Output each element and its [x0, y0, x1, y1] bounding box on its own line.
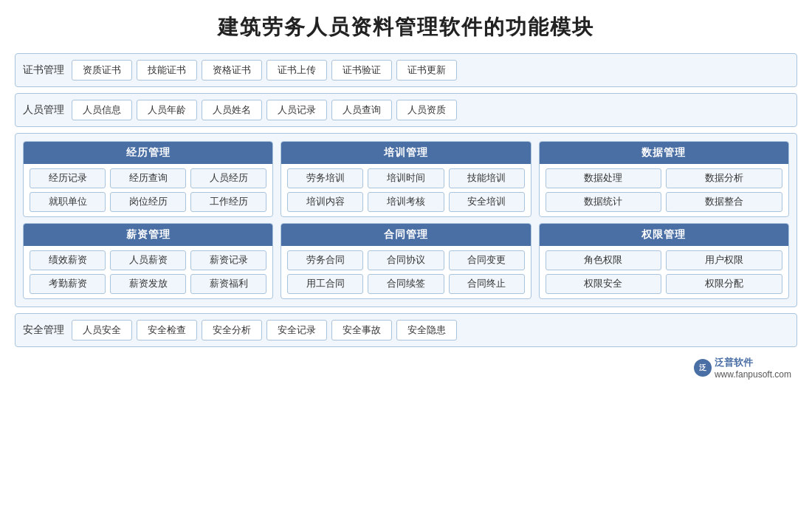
cert-tag[interactable]: 证书验证 [331, 60, 392, 81]
module-tag[interactable]: 合同变更 [449, 250, 525, 270]
safety-tag[interactable]: 安全检查 [137, 320, 197, 340]
module-tag[interactable]: 人员经历 [190, 168, 266, 188]
module-tag[interactable]: 培训内容 [287, 192, 363, 212]
module-tag[interactable]: 岗位经历 [110, 192, 186, 212]
personnel-tag[interactable]: 人员年龄 [137, 100, 197, 120]
safety-tag[interactable]: 人员安全 [72, 320, 132, 340]
module-box-middle-top-2: 数据管理数据处理数据分析数据统计数据整合 [539, 141, 789, 217]
module-tag[interactable]: 合同续签 [368, 274, 444, 294]
middle-bottom-row: 薪资管理绩效薪资人员薪资薪资记录考勤薪资薪资发放薪资福利合同管理劳务合同合同协议… [23, 223, 789, 299]
personnel-tag[interactable]: 人员信息 [72, 100, 132, 120]
personnel-section: 人员管理 人员信息人员年龄人员姓名人员记录人员查询人员资质 [15, 93, 797, 127]
brand-name: 泛普软件 [715, 356, 791, 369]
module-body-middle-top-1: 劳务培训培训时间技能培训培训内容培训考核安全培训 [281, 164, 530, 216]
middle-area: 经历管理经历记录经历查询人员经历就职单位岗位经历工作经历培训管理劳务培训培训时间… [15, 133, 797, 307]
module-body-middle-top-0: 经历记录经历查询人员经历就职单位岗位经历工作经历 [24, 164, 272, 216]
cert-tag[interactable]: 资质证书 [72, 60, 132, 81]
module-tag[interactable]: 用工合同 [287, 274, 363, 294]
module-tag[interactable]: 劳务培训 [287, 168, 363, 188]
module-body-middle-bottom-2: 角色权限用户权限权限安全权限分配 [540, 246, 788, 298]
module-tag[interactable]: 培训考核 [368, 192, 444, 212]
module-tag[interactable]: 就职单位 [30, 192, 106, 212]
module-tag[interactable]: 工作经历 [190, 192, 266, 212]
module-tag[interactable]: 技能培训 [449, 168, 525, 188]
module-tag[interactable]: 用户权限 [666, 250, 782, 270]
module-tag[interactable]: 数据处理 [546, 168, 662, 188]
module-row-middle-top-2-0: 数据处理数据分析 [546, 168, 782, 188]
module-row-middle-top-1-0: 劳务培训培训时间技能培训 [287, 168, 524, 188]
module-tag[interactable]: 权限分配 [666, 274, 782, 294]
module-tag[interactable]: 安全培训 [449, 192, 525, 212]
module-row-middle-top-0-0: 经历记录经历查询人员经历 [30, 168, 266, 188]
module-box-middle-top-0: 经历管理经历记录经历查询人员经历就职单位岗位经历工作经历 [23, 141, 273, 217]
module-body-middle-bottom-1: 劳务合同合同协议合同变更用工合同合同续签合同终止 [281, 246, 530, 298]
module-row-middle-bottom-0-0: 绩效薪资人员薪资薪资记录 [30, 250, 266, 270]
module-tag[interactable]: 考勤薪资 [30, 274, 106, 294]
cert-tag[interactable]: 证书上传 [266, 60, 327, 81]
module-row-middle-bottom-1-0: 劳务合同合同协议合同变更 [287, 250, 524, 270]
page-title: 建筑劳务人员资料管理软件的功能模块 [218, 13, 594, 41]
module-tag[interactable]: 经历查询 [110, 168, 186, 188]
module-tag[interactable]: 绩效薪资 [30, 250, 106, 270]
module-tag[interactable]: 薪资记录 [190, 250, 266, 270]
module-row-middle-bottom-0-1: 考勤薪资薪资发放薪资福利 [30, 274, 266, 294]
module-row-middle-bottom-2-0: 角色权限用户权限 [546, 250, 782, 270]
safety-tag[interactable]: 安全隐患 [396, 320, 457, 340]
module-header-middle-bottom-0: 薪资管理 [24, 224, 272, 246]
module-tag[interactable]: 数据统计 [546, 192, 662, 212]
brand-url: www.fanpusoft.com [715, 369, 791, 380]
safety-section: 安全管理 人员安全安全检查安全分析安全记录安全事故安全隐患 [15, 313, 797, 347]
module-tag[interactable]: 合同协议 [368, 250, 444, 270]
personnel-tag[interactable]: 人员资质 [396, 100, 457, 120]
cert-label: 证书管理 [23, 64, 64, 77]
module-header-middle-bottom-2: 权限管理 [540, 224, 788, 246]
module-box-middle-top-1: 培训管理劳务培训培训时间技能培训培训内容培训考核安全培训 [281, 141, 531, 217]
module-tag[interactable]: 角色权限 [546, 250, 662, 270]
module-tag[interactable]: 数据整合 [666, 192, 782, 212]
brand: 泛 泛普软件 www.fanpusoft.com [694, 356, 791, 380]
module-tag[interactable]: 薪资福利 [190, 274, 266, 294]
module-tag[interactable]: 劳务合同 [287, 250, 363, 270]
module-row-middle-top-2-1: 数据统计数据整合 [546, 192, 782, 212]
brand-logo: 泛 [694, 359, 712, 377]
module-body-middle-bottom-0: 绩效薪资人员薪资薪资记录考勤薪资薪资发放薪资福利 [24, 246, 272, 298]
cert-tags: 资质证书技能证书资格证书证书上传证书验证证书更新 [72, 60, 789, 81]
module-tag[interactable]: 薪资发放 [110, 274, 186, 294]
personnel-tag[interactable]: 人员查询 [331, 100, 392, 120]
module-row-middle-top-0-1: 就职单位岗位经历工作经历 [30, 192, 266, 212]
module-row-middle-bottom-2-1: 权限安全权限分配 [546, 274, 782, 294]
module-tag[interactable]: 权限安全 [546, 274, 662, 294]
personnel-tag[interactable]: 人员记录 [266, 100, 327, 120]
module-tag[interactable]: 人员薪资 [110, 250, 186, 270]
module-row-middle-top-1-1: 培训内容培训考核安全培训 [287, 192, 524, 212]
safety-tag[interactable]: 安全分析 [202, 320, 262, 340]
module-header-middle-top-1: 培训管理 [281, 142, 530, 164]
module-box-middle-bottom-2: 权限管理角色权限用户权限权限安全权限分配 [539, 223, 789, 299]
personnel-label: 人员管理 [23, 103, 64, 117]
module-tag[interactable]: 经历记录 [30, 168, 106, 188]
module-box-middle-bottom-1: 合同管理劳务合同合同协议合同变更用工合同合同续签合同终止 [281, 223, 531, 299]
module-box-middle-bottom-0: 薪资管理绩效薪资人员薪资薪资记录考勤薪资薪资发放薪资福利 [23, 223, 273, 299]
safety-label: 安全管理 [23, 323, 64, 337]
module-tag[interactable]: 培训时间 [368, 168, 444, 188]
module-row-middle-bottom-1-1: 用工合同合同续签合同终止 [287, 274, 524, 294]
safety-tags: 人员安全安全检查安全分析安全记录安全事故安全隐患 [72, 320, 789, 340]
module-header-middle-top-2: 数据管理 [540, 142, 788, 164]
module-header-middle-top-0: 经历管理 [24, 142, 272, 164]
cert-tag[interactable]: 证书更新 [396, 60, 457, 81]
module-header-middle-bottom-1: 合同管理 [281, 224, 530, 246]
cert-tag[interactable]: 资格证书 [202, 60, 262, 81]
brand-info: 泛普软件 www.fanpusoft.com [715, 356, 791, 380]
cert-tag[interactable]: 技能证书 [137, 60, 197, 81]
footer: 泛 泛普软件 www.fanpusoft.com [15, 356, 797, 380]
personnel-tags: 人员信息人员年龄人员姓名人员记录人员查询人员资质 [72, 100, 789, 120]
safety-tag[interactable]: 安全事故 [331, 320, 392, 340]
module-tag[interactable]: 数据分析 [666, 168, 782, 188]
personnel-tag[interactable]: 人员姓名 [202, 100, 262, 120]
module-tag[interactable]: 合同终止 [449, 274, 525, 294]
module-body-middle-top-2: 数据处理数据分析数据统计数据整合 [540, 164, 788, 216]
cert-section: 证书管理 资质证书技能证书资格证书证书上传证书验证证书更新 [15, 53, 797, 87]
middle-top-row: 经历管理经历记录经历查询人员经历就职单位岗位经历工作经历培训管理劳务培训培训时间… [23, 141, 789, 217]
safety-tag[interactable]: 安全记录 [266, 320, 327, 340]
